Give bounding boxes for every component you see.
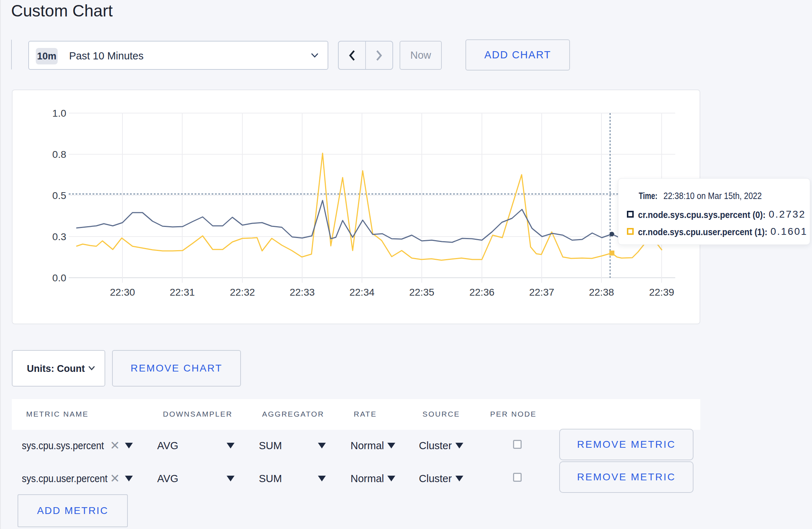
svg-text:22:37: 22:37 <box>529 287 554 298</box>
svg-text:22:32: 22:32 <box>230 287 255 298</box>
svg-text:22:34: 22:34 <box>349 287 374 298</box>
svg-text:1.0: 1.0 <box>52 108 66 119</box>
svg-text:22:39: 22:39 <box>649 287 674 298</box>
svg-text:0.0: 0.0 <box>52 272 66 283</box>
svg-text:0.8: 0.8 <box>52 149 66 160</box>
svg-text:22:31: 22:31 <box>170 287 195 298</box>
svg-text:22:33: 22:33 <box>290 287 315 298</box>
svg-text:22:38: 22:38 <box>589 287 614 298</box>
svg-text:22:36: 22:36 <box>469 287 494 298</box>
svg-text:22:30: 22:30 <box>110 287 135 298</box>
svg-text:22:35: 22:35 <box>409 287 434 298</box>
svg-text:0.5: 0.5 <box>52 190 66 201</box>
svg-text:0.3: 0.3 <box>52 231 66 242</box>
